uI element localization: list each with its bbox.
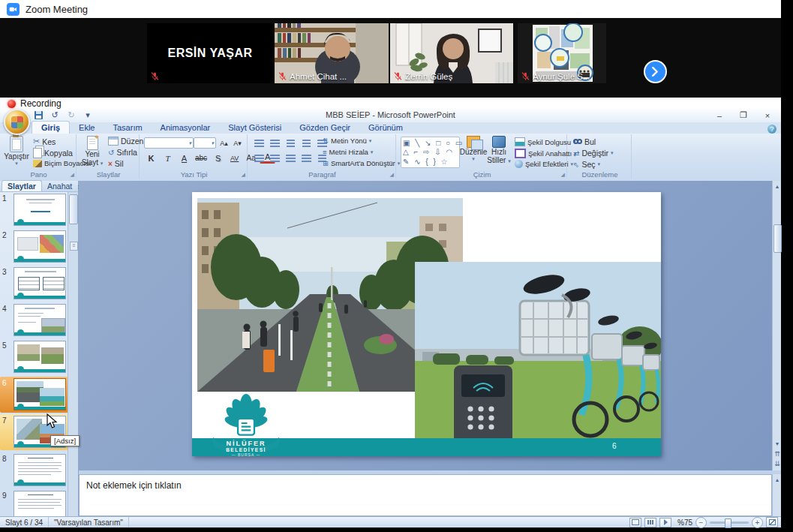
slide-thumbnail[interactable] xyxy=(14,378,66,410)
increase-indent-button[interactable] xyxy=(299,137,314,150)
minimize-button[interactable]: – xyxy=(710,110,728,121)
tab-slaytlar[interactable]: Slaytlar xyxy=(2,180,42,191)
replace-button[interactable]: ⇄ Değiştir▾ xyxy=(573,149,614,158)
sidebar-scrollbar-thumb[interactable] xyxy=(69,194,78,224)
slide-row-6-selected: 6 xyxy=(0,377,68,413)
dialog-launcher-icon[interactable]: ◢ xyxy=(242,172,245,178)
slide-name-tooltip: [Adsız] xyxy=(50,435,80,446)
slide-thumbnail[interactable] xyxy=(14,304,66,336)
redo-button[interactable]: ↻ xyxy=(65,110,78,121)
paste-button[interactable]: Yapıştır ▾ xyxy=(4,136,29,170)
dialog-launcher-icon[interactable]: ◢ xyxy=(561,172,565,178)
tab-gorunum[interactable]: Görünüm xyxy=(359,122,412,134)
help-icon[interactable]: ? xyxy=(767,125,776,134)
tab-giris[interactable]: Giriş xyxy=(32,121,70,134)
tab-tasarim[interactable]: Tasarım xyxy=(104,122,151,134)
align-left-button[interactable] xyxy=(252,152,266,165)
shrink-font-button[interactable]: A▾ xyxy=(230,137,245,149)
tab-animasyonlar[interactable]: Animasyonlar xyxy=(152,122,220,134)
text-direction-button[interactable]: ⇅ Metin Yönü▾ xyxy=(323,137,371,145)
bullets-button[interactable] xyxy=(252,137,266,150)
undo-button[interactable]: ↺ xyxy=(48,110,62,121)
scroll-down-icon[interactable]: ▼ xyxy=(773,439,782,448)
zoom-slider-thumb[interactable] xyxy=(725,518,731,528)
participant-tile-zerrin[interactable]: Zerrin Güleş xyxy=(390,23,513,83)
save-icon xyxy=(35,111,43,119)
dialog-launcher-icon[interactable]: ◢ xyxy=(71,172,74,178)
restore-button[interactable]: ❐ xyxy=(734,110,752,121)
convert-smartart-button[interactable]: ⊞ SmartArt'a Dönüştür▾ xyxy=(323,159,400,167)
sidebar-scroll-marker[interactable]: ≡ xyxy=(70,242,78,251)
tab-gozden-gecir[interactable]: Gözden Geçir xyxy=(290,122,359,134)
canvas-scrollbar[interactable]: ▲ ▼ ⇈ ⇊ xyxy=(772,181,781,470)
notes-pane[interactable]: Not eklemek için tıklatın xyxy=(79,474,772,516)
notes-placeholder[interactable]: Not eklemek için tıklatın xyxy=(86,480,182,491)
qat-customize-button[interactable]: ▾ xyxy=(81,110,95,121)
font-name-select[interactable]: ▾ xyxy=(144,137,194,149)
shape-outline-button[interactable]: Şekil Anahattı▾ xyxy=(515,149,577,158)
next-slide-button[interactable]: ⇊ xyxy=(773,459,782,468)
delete-slide-button[interactable]: × Sil xyxy=(108,159,124,168)
cut-button[interactable]: ✂ Kes xyxy=(33,137,56,146)
group-label: Paragraf xyxy=(249,170,395,179)
shape-effects-button[interactable]: Şekil Efektleri▾ xyxy=(515,160,573,168)
dialog-launcher-icon[interactable]: ◢ xyxy=(390,172,394,178)
reset-button[interactable]: ↺ Sıfırla xyxy=(108,148,137,157)
scroll-up-icon[interactable]: ▲ xyxy=(773,182,782,191)
underline-button[interactable]: A xyxy=(176,152,192,164)
zoom-out-button[interactable]: − xyxy=(695,517,707,528)
font-size-select[interactable]: ▾ xyxy=(194,137,216,149)
group-label: Slaytlar xyxy=(78,170,139,179)
align-right-button[interactable] xyxy=(284,152,298,165)
select-button[interactable]: ⇖ Seç▾ xyxy=(573,160,600,169)
slide-thumbnail[interactable] xyxy=(14,194,66,226)
text-shadow-button[interactable]: S xyxy=(210,152,226,164)
slide-thumbnail[interactable] xyxy=(14,454,66,486)
close-button[interactable]: × xyxy=(758,110,776,121)
participant-tile-ahmet[interactable]: Ahmet Cihat ... xyxy=(275,23,389,83)
bold-button[interactable]: K xyxy=(143,152,159,164)
next-participants-button[interactable] xyxy=(644,60,667,83)
strikethrough-button[interactable]: abc xyxy=(193,152,209,164)
smartart-icon: ⊞ xyxy=(323,159,329,167)
slide-sorter-view-button[interactable] xyxy=(644,518,656,527)
fit-to-window-button[interactable] xyxy=(766,517,778,527)
tab-slayt-gosterisi[interactable]: Slayt Gösterisi xyxy=(219,122,290,134)
save-button[interactable] xyxy=(32,110,45,121)
normal-view-button[interactable] xyxy=(629,518,641,527)
new-slide-button[interactable]: ✦ Yeni Slayt ▾ xyxy=(80,136,105,170)
photo-bike-share-station[interactable] xyxy=(415,262,661,443)
align-center-button[interactable] xyxy=(268,152,282,165)
align-text-button[interactable]: ≡ Metni Hizala▾ xyxy=(323,148,373,156)
numbering-button[interactable] xyxy=(268,137,282,150)
scroll-up-icon[interactable]: ▲ xyxy=(773,475,782,484)
slide-canvas[interactable]: 6 xyxy=(79,181,772,470)
find-button[interactable]: Bul xyxy=(573,137,596,146)
slideshow-view-button[interactable] xyxy=(659,518,671,527)
slides-panel-tabs: Slaytlar Anahat × xyxy=(0,181,78,192)
arrange-button[interactable]: Düzenle ▾ xyxy=(461,136,486,170)
office-button[interactable] xyxy=(4,109,30,135)
copy-button[interactable]: Kopyala xyxy=(33,148,73,158)
current-slide[interactable]: 6 xyxy=(192,192,661,456)
notes-scrollbar[interactable]: ▲ xyxy=(772,474,781,516)
justify-button[interactable] xyxy=(299,152,314,165)
tab-ekle[interactable]: Ekle xyxy=(70,122,104,134)
sidebar-scrollbar[interactable]: ≡ xyxy=(68,192,78,516)
participant-tile-ersin[interactable]: ERSİN YAŞAR xyxy=(147,23,273,83)
zoom-slider[interactable] xyxy=(710,521,749,524)
participant-tile-aynur[interactable]: Aynur Şule S... xyxy=(518,23,606,83)
character-spacing-button[interactable]: AV xyxy=(227,152,242,164)
decrease-indent-button[interactable] xyxy=(284,137,298,150)
slide-thumbnail[interactable] xyxy=(14,341,66,373)
italic-button[interactable]: T xyxy=(160,152,176,164)
shape-fill-button[interactable]: Şekil Dolgusu▾ xyxy=(515,137,576,146)
slide-thumbnail[interactable] xyxy=(14,230,66,263)
tab-anahat[interactable]: Anahat xyxy=(42,181,77,191)
previous-slide-button[interactable]: ⇈ xyxy=(773,449,782,458)
canvas-scrollbar-thumb[interactable] xyxy=(773,224,782,253)
shapes-gallery[interactable]: ▣ ╲ ↘ □ ○ ▭ △ ⌐ ⇨ ⇩ ◠ ✎ ∿ { } ☆ xyxy=(401,137,460,168)
zoom-in-button[interactable]: + xyxy=(752,517,763,528)
slide-thumbnail[interactable] xyxy=(14,267,66,299)
quick-styles-button[interactable]: Hızlı Stiller ▾ xyxy=(486,136,512,170)
